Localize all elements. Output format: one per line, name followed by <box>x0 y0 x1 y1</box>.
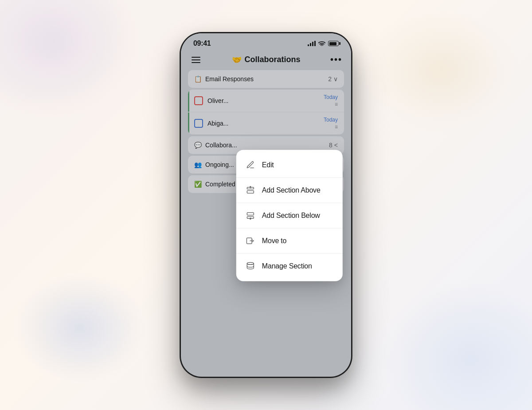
menu-item-manage[interactable]: Manage Section <box>236 255 343 278</box>
menu-divider-2 <box>236 203 343 203</box>
menu-item-edit[interactable]: Edit <box>236 154 343 177</box>
menu-divider-1 <box>236 177 343 178</box>
menu-label-edit: Edit <box>262 161 274 169</box>
phone-screen: 09:41 <box>181 33 351 377</box>
menu-item-add-below[interactable]: Add Section Below <box>236 204 343 227</box>
add-above-icon <box>245 185 256 196</box>
menu-label-add-above: Add Section Above <box>262 186 321 194</box>
menu-label-manage: Manage Section <box>262 262 312 270</box>
context-menu: Edit Add Section Above <box>236 150 343 281</box>
move-icon <box>245 236 256 246</box>
menu-divider-4 <box>236 253 343 254</box>
menu-item-add-above[interactable]: Add Section Above <box>236 179 343 202</box>
menu-divider-3 <box>236 228 343 229</box>
edit-icon <box>245 160 256 170</box>
svg-rect-3 <box>247 213 254 215</box>
manage-icon <box>245 261 256 272</box>
menu-label-add-below: Add Section Below <box>262 212 320 220</box>
add-below-icon <box>245 210 256 221</box>
phone-frame: 09:41 <box>180 32 352 378</box>
svg-rect-1 <box>247 191 254 193</box>
menu-label-move: Move to <box>262 237 287 245</box>
menu-item-move[interactable]: Move to <box>236 229 343 252</box>
